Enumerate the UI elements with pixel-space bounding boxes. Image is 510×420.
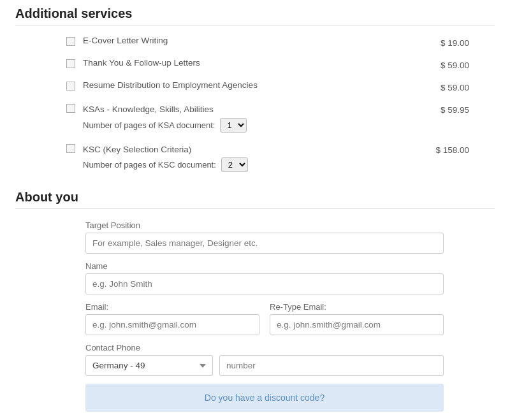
phone-country-select[interactable]: Germany - 49 United States - 1 United Ki… — [85, 355, 213, 376]
ksc-page-row: Number of pages of KSC document: 1 2 3 4… — [83, 157, 412, 172]
thankyou-price: $ 59.00 — [412, 58, 469, 70]
ksc-checkbox[interactable] — [66, 144, 75, 153]
email-label: Email: — [85, 302, 259, 312]
email-input[interactable] — [85, 314, 259, 335]
target-position-input[interactable] — [85, 233, 444, 254]
retype-email-group: Re-Type Email: — [270, 302, 444, 335]
target-position-group: Target Position — [85, 221, 444, 254]
ksas-price: $ 59.95 — [412, 103, 469, 115]
ksc-sublabel: Number of pages of KSC document: — [83, 160, 216, 170]
ksc-price: $ 158.00 — [412, 143, 469, 155]
additional-services-section: Additional services E-Cover Letter Writi… — [15, 0, 495, 177]
email-group: Email: — [85, 302, 259, 335]
ksc-pages-select[interactable]: 1 2 3 4 5 — [221, 157, 248, 172]
additional-services-title: Additional services — [15, 0, 495, 25]
thankyou-label: Thank You & Follow-up Letters — [83, 58, 200, 68]
contact-phone-label: Contact Phone — [85, 343, 444, 352]
retype-email-input[interactable] — [270, 314, 444, 335]
resume-dist-price: $ 59.00 — [412, 80, 469, 92]
ksas-sublabel: Number of pages of KSA document: — [83, 120, 215, 130]
discount-bar[interactable]: Do you have a discount code? — [85, 384, 444, 412]
ecover-checkbox[interactable] — [66, 37, 75, 46]
thankyou-checkbox[interactable] — [66, 59, 75, 68]
resume-dist-label: Resume Distribution to Employment Agenci… — [83, 80, 258, 90]
phone-number-input[interactable] — [219, 355, 444, 376]
ksas-page-row: Number of pages of KSA document: 1 2 3 4… — [83, 118, 412, 133]
name-label: Name — [85, 261, 444, 271]
ksc-label: KSC (Key Selection Criteria) — [83, 143, 412, 157]
service-item-resume-dist: Resume Distribution to Employment Agenci… — [15, 75, 495, 98]
retype-email-label: Re-Type Email: — [270, 302, 444, 312]
service-item-thankyou: Thank You & Follow-up Letters $ 59.00 — [15, 53, 495, 75]
ksas-pages-select[interactable]: 1 2 3 4 5 — [220, 118, 247, 133]
phone-row: Germany - 49 United States - 1 United Ki… — [85, 355, 444, 376]
target-position-label: Target Position — [85, 221, 444, 230]
ksas-checkbox[interactable] — [66, 104, 75, 113]
discount-link[interactable]: Do you have a discount code? — [205, 393, 324, 403]
ksas-label: KSAs - Knowledge, Skills, Abilities — [83, 103, 412, 117]
contact-phone-group: Contact Phone Germany - 49 United States… — [85, 343, 444, 376]
resume-dist-checkbox[interactable] — [66, 82, 75, 91]
service-item-ecover: E-Cover Letter Writing $ 19.00 — [15, 31, 495, 53]
about-you-section: About you Target Position Name Email: Re… — [15, 184, 495, 418]
about-you-form: Target Position Name Email: Re-Type Emai… — [15, 214, 495, 418]
name-input[interactable] — [85, 273, 444, 294]
email-row: Email: Re-Type Email: — [85, 302, 444, 343]
ecover-price: $ 19.00 — [412, 36, 469, 48]
about-you-title: About you — [15, 184, 495, 209]
name-group: Name — [85, 261, 444, 294]
service-item-ksc: KSC (Key Selection Criteria) Number of p… — [15, 138, 495, 178]
ecover-label: E-Cover Letter Writing — [83, 36, 168, 45]
service-item-ksas: KSAs - Knowledge, Skills, Abilities Numb… — [15, 98, 495, 138]
